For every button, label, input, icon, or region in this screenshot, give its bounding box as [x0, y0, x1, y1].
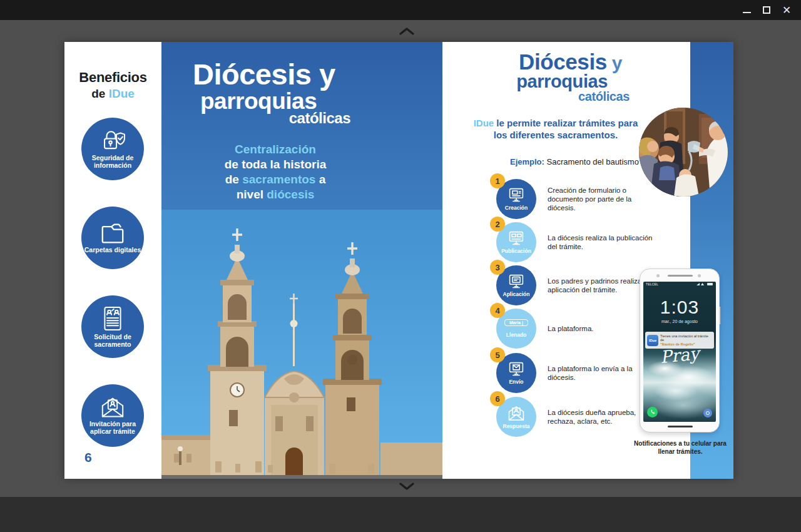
step-number-badge: 2	[490, 217, 505, 232]
intro-brand: IDue	[474, 118, 494, 128]
benefit-item-seguridad: Seguridad de información	[81, 118, 144, 180]
close-button[interactable]: ✕	[776, 0, 797, 20]
example-text: Sacramento del bautismo	[544, 157, 639, 166]
right-title-line1: Diócesis y	[442, 49, 622, 74]
center-subtitle: Centralización de toda la historia de sa…	[188, 142, 363, 202]
subtitle-line2: de toda la historia	[188, 157, 363, 172]
subtitle-line3a: de	[225, 173, 242, 186]
minimize-icon	[743, 12, 751, 13]
scroll-up-chevron-icon[interactable]	[399, 26, 415, 36]
benefit-item-solicitud: Solicitud de sacramento	[81, 295, 144, 358]
example-label: Ejemplo:	[510, 157, 544, 166]
sensor-dot-icon	[698, 274, 701, 277]
intro-text: IDue le permite realizar trámites para l…	[467, 117, 644, 141]
benefits-heading: Beneficios de IDue	[64, 69, 161, 101]
page-number: 6	[84, 450, 92, 465]
step-publicacion: 2 Publicación La diócesis realiza la pub…	[496, 222, 690, 262]
notification-text-line1: Tienes una invitación al trámite de	[660, 334, 712, 342]
subtitle-line4b: diócesis	[267, 188, 314, 201]
home-bar	[668, 426, 693, 427]
envelope-letter-icon	[507, 405, 526, 422]
document-page-spread: Beneficios de IDue Seguridad de informac…	[64, 42, 733, 479]
example-line: Ejemplo: Sacramento del bautismo	[510, 157, 639, 166]
step-label: Envío	[509, 379, 523, 385]
bottom-toolbar	[0, 497, 801, 532]
maximize-icon	[763, 6, 770, 14]
monitor-icon	[508, 230, 525, 247]
step-number-badge: 3	[490, 260, 505, 275]
lockscreen-time: 1:03	[643, 297, 716, 318]
cathedral-photo	[161, 210, 442, 479]
step-number-badge: 4	[490, 303, 505, 318]
center-title-line1: Diócesis y	[193, 57, 335, 91]
step-number-badge: 1	[490, 173, 505, 188]
lockscreen-date: mar., 20 de agosto	[643, 319, 716, 324]
phone-mockup: TELCEL 1:03 mar., 20 de agosto IDue Tien…	[640, 269, 720, 432]
phone-caption: Notificaciones a tu celular para llenar …	[631, 440, 730, 456]
close-icon: ✕	[782, 4, 791, 17]
camera-dot-icon	[656, 274, 660, 277]
benefit-item-label: Seguridad de información	[84, 155, 141, 169]
signal-icon	[696, 283, 700, 285]
phone-screen: TELCEL 1:03 mar., 20 de agosto IDue Tien…	[643, 282, 716, 422]
step-label: Respuesta	[503, 423, 530, 429]
step-number-badge: 6	[490, 391, 505, 406]
lock-shield-icon	[99, 129, 126, 153]
intro-rest: le permite realizar trámites para los di…	[494, 118, 638, 140]
maximize-button[interactable]	[756, 0, 777, 20]
benefit-item-invitacion: Invitación para aplicar trámite	[81, 384, 144, 447]
right-title-line3: católicas	[442, 90, 630, 104]
center-title-line3: católicas	[161, 110, 350, 127]
step-description: La diócesis realiza la publicación del t…	[548, 233, 659, 251]
speaker-slot-icon	[668, 275, 693, 277]
monitor-mail-icon	[508, 361, 525, 377]
benefits-heading-line1: Beneficios	[64, 69, 161, 86]
envelope-invite-icon	[99, 396, 126, 419]
carrier-label: TELCEL	[646, 282, 658, 286]
step-label: Creación	[505, 205, 528, 211]
monitor-form-icon	[508, 274, 525, 290]
step-description: Creación de formulario o documento por p…	[548, 186, 659, 212]
step-label: Publicación	[501, 248, 531, 254]
wifi-icon	[701, 283, 704, 285]
step-label: Aplicación	[503, 291, 530, 297]
minimize-button[interactable]	[736, 0, 757, 20]
benefits-heading-de: de	[91, 87, 108, 100]
benefits-sidebar: Beneficios de IDue Seguridad de informac…	[64, 42, 161, 479]
subtitle-line3c: a	[315, 173, 325, 186]
window-titlebar: ✕	[0, 0, 801, 20]
idue-app-icon: IDue	[647, 335, 658, 346]
scroll-down-chevron-icon[interactable]	[399, 481, 415, 491]
phone-side-button	[719, 307, 720, 324]
right-title-diocesis: Diócesis	[519, 49, 607, 74]
subtitle-line4a: nivel	[237, 188, 267, 201]
battery-icon	[707, 283, 713, 285]
document-people-icon	[101, 305, 124, 332]
benefit-item-label: Solicitud de sacramento	[84, 334, 141, 348]
benefits-heading-brand: IDue	[109, 87, 135, 100]
text-field-icon: Maria |	[504, 319, 528, 326]
benefit-item-label: Carpetas digitales	[84, 247, 141, 254]
folder-icon	[99, 222, 126, 245]
step-number-badge: 5	[490, 347, 505, 362]
benefit-item-label: Invitación para aplicar trámite	[84, 421, 141, 435]
subtitle-centralizacion: Centralización	[235, 143, 316, 156]
right-title-y: y	[607, 53, 622, 73]
camera-shortcut-icon	[703, 409, 712, 417]
baptism-photo	[639, 108, 728, 197]
monitor-icon	[508, 187, 525, 203]
benefit-item-carpetas: Carpetas digitales	[81, 207, 144, 269]
subtitle-line3b: sacramentos	[242, 173, 315, 186]
step-label: Llenado	[506, 332, 527, 338]
whatsapp-icon	[647, 407, 658, 417]
